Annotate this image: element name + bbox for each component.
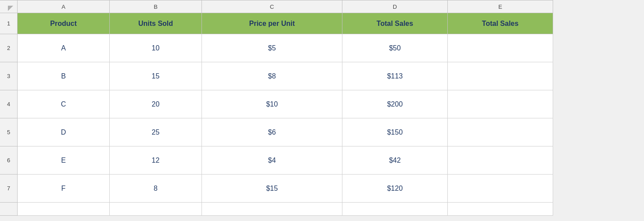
cell-8c[interactable] [202,203,342,216]
col-header-b[interactable]: B [110,0,202,13]
column-headers-row: A B C D E [18,0,553,13]
col-header-d[interactable]: D [342,0,448,13]
cell-8d[interactable] [342,203,448,216]
row-number-6[interactable]: 6 [0,146,18,175]
row-number-3[interactable]: 3 [0,62,18,90]
cell-8b[interactable] [110,203,202,216]
cell-4c[interactable]: $10 [202,90,342,118]
data-row-3: B 15 $8 $113 [18,62,553,90]
cell-3d[interactable]: $113 [342,62,448,90]
cell-6b[interactable]: 12 [110,146,202,175]
header-data-row: Product Units Sold Price per Unit Total … [18,13,553,34]
cell-5a[interactable]: D [18,118,110,146]
row-number-8[interactable] [0,203,18,216]
col-header-c[interactable]: C [202,0,342,13]
col-header-a[interactable]: A [18,0,110,13]
cell-5c[interactable]: $6 [202,118,342,146]
cell-2e[interactable] [448,34,553,62]
cell-7d[interactable]: $120 [342,175,448,203]
cell-5b[interactable]: 25 [110,118,202,146]
cell-2a[interactable]: A [18,34,110,62]
data-row-4: C 20 $10 $200 [18,90,553,118]
cell-4b[interactable]: 20 [110,90,202,118]
corner-cell [0,0,18,13]
cell-5d[interactable]: $150 [342,118,448,146]
spreadsheet: 1 2 3 4 5 6 7 A B C D E Product Units So… [0,0,553,216]
cell-8a[interactable] [18,203,110,216]
row-number-1[interactable]: 1 [0,13,18,34]
cell-2c[interactable]: $5 [202,34,342,62]
cell-3b[interactable]: 15 [110,62,202,90]
cell-4d[interactable]: $200 [342,90,448,118]
data-row-5: D 25 $6 $150 [18,118,553,146]
data-row-empty [18,203,553,216]
cell-7b[interactable]: 8 [110,175,202,203]
cell-8e[interactable] [448,203,553,216]
cell-7e[interactable] [448,175,553,203]
cell-1a[interactable]: Product [18,13,110,34]
cell-1c[interactable]: Price per Unit [202,13,342,34]
cell-3a[interactable]: B [18,62,110,90]
cell-6e[interactable] [448,146,553,175]
row-number-2[interactable]: 2 [0,34,18,62]
col-header-e[interactable]: E [448,0,553,13]
cell-6c[interactable]: $4 [202,146,342,175]
data-row-7: F 8 $15 $120 [18,175,553,203]
data-row-6: E 12 $4 $42 [18,146,553,175]
cell-1e[interactable]: Total Sales [448,13,553,34]
cell-5e[interactable] [448,118,553,146]
cell-7c[interactable]: $15 [202,175,342,203]
cell-1d[interactable]: Total Sales [342,13,448,34]
cell-4a[interactable]: C [18,90,110,118]
cell-6a[interactable]: E [18,146,110,175]
cell-1b[interactable]: Units Sold [110,13,202,34]
cell-4e[interactable] [448,90,553,118]
row-number-7[interactable]: 7 [0,175,18,203]
row-headers: 1 2 3 4 5 6 7 [0,0,18,216]
row-number-5[interactable]: 5 [0,118,18,146]
row-number-4[interactable]: 4 [0,90,18,118]
data-row-2: A 10 $5 $50 [18,34,553,62]
cell-3c[interactable]: $8 [202,62,342,90]
main-grid: A B C D E Product Units Sold Price per U… [18,0,553,216]
cell-2b[interactable]: 10 [110,34,202,62]
cell-3e[interactable] [448,62,553,90]
cell-2d[interactable]: $50 [342,34,448,62]
cell-6d[interactable]: $42 [342,146,448,175]
cell-7a[interactable]: F [18,175,110,203]
